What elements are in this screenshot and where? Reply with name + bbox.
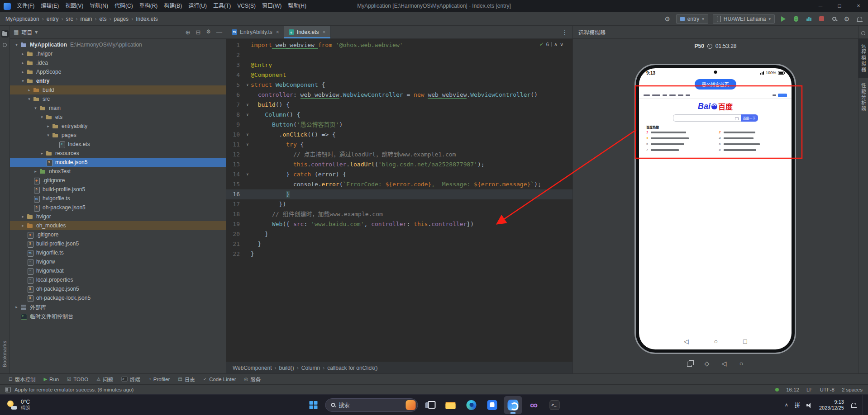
tree-item-.idea[interactable]: ▸.idea: [10, 58, 226, 67]
menu-item-7[interactable]: 运行(U): [185, 0, 210, 12]
code-line-14[interactable]: 14∨ } catch (error) {: [226, 170, 572, 179]
editor-breadcrumb-item-3[interactable]: callback for onClick(): [326, 365, 378, 371]
code-editor[interactable]: 1import web_webview from '@ohos.web.webv…: [226, 39, 572, 362]
visual-studio-taskbar-icon[interactable]: [525, 396, 543, 414]
home-icon[interactable]: ○: [738, 360, 745, 367]
code-line-15[interactable]: 15 console.error(`ErrorCode: ${error.cod…: [226, 179, 572, 189]
toolwindow-lint-button[interactable]: ✓Code Linter: [199, 374, 240, 385]
line-number[interactable]: 17: [226, 199, 244, 209]
web-component-view[interactable]: Bai 百度 百度一下 百度热搜 12345678: [639, 92, 792, 161]
code-line-12[interactable]: 12 // 点击按钮时，通过loadUrl，跳转到www.example1.co…: [226, 150, 572, 160]
expand-arrow-icon[interactable]: ▸: [39, 151, 45, 156]
expand-arrow-icon[interactable]: ▾: [14, 42, 19, 47]
menu-item-8[interactable]: 工具(T): [210, 0, 234, 12]
code-line-19[interactable]: 19 Web({ src: 'www.baidu.com', controlle…: [226, 219, 572, 229]
tree-item-oh_modules[interactable]: ▸oh_modules: [10, 221, 226, 230]
breadcrumb-item-0[interactable]: MyApplication: [5, 16, 40, 22]
login-button[interactable]: [778, 94, 787, 97]
toolwindow-log-button[interactable]: ▤日志: [174, 374, 199, 385]
code-line-20[interactable]: 20 }: [226, 229, 572, 239]
expand-arrow-icon[interactable]: ▸: [20, 70, 26, 74]
task-view-taskbar-icon[interactable]: [421, 396, 439, 414]
fold-icon[interactable]: ∨: [244, 100, 251, 110]
tree-item-.gitignore[interactable]: .gitignore: [10, 176, 226, 185]
tree-item-hvigor[interactable]: ▸hvigor: [10, 212, 226, 221]
breadcrumb-item-5[interactable]: pages: [113, 16, 129, 22]
tree-item-oh-package.json5[interactable]: oh-package.json5: [10, 284, 226, 293]
menu-item-10[interactable]: 窗口(W): [259, 0, 285, 12]
code-line-22[interactable]: 22}: [226, 249, 572, 259]
toggle-toolwindows-icon[interactable]: [5, 387, 11, 392]
device-selector[interactable]: HUAWEI Lahaina ▾: [713, 14, 775, 24]
expand-arrow-icon[interactable]: ▾: [45, 133, 51, 137]
tree-item-AppScope[interactable]: ▸AppScope: [10, 67, 226, 76]
menu-item-3[interactable]: 导航(N): [86, 0, 111, 12]
menu-item-6[interactable]: 构建(B): [161, 0, 185, 12]
locate-file-icon[interactable]: ⊕: [185, 29, 190, 36]
phone-home-icon[interactable]: ○: [714, 338, 717, 345]
phone-screen[interactable]: 9:13 100% 愚公博客首页: [639, 68, 792, 349]
line-number[interactable]: 14: [226, 170, 244, 179]
code-line-6[interactable]: 6 controller: web_webview.WebviewControl…: [226, 90, 572, 100]
search-highlight-thumbnail[interactable]: [406, 400, 416, 410]
hot-search-item[interactable]: 7: [646, 148, 712, 151]
hide-panel-icon[interactable]: —: [216, 29, 222, 36]
phone-back-icon[interactable]: ◁: [684, 338, 689, 345]
toolwindow-run-button[interactable]: ▶Run: [39, 374, 63, 385]
fold-icon[interactable]: ∨: [244, 110, 251, 120]
store-taskbar-icon[interactable]: [483, 396, 501, 414]
code-line-2[interactable]: 2: [226, 50, 572, 60]
menu-item-2[interactable]: 视图(V): [62, 0, 86, 12]
toolwindow-terminal-button[interactable]: >_终端: [117, 374, 144, 385]
chevron-down-icon[interactable]: ▾: [35, 29, 38, 35]
project-stripe-button[interactable]: [1, 30, 9, 38]
hot-search-item[interactable]: 6: [719, 142, 785, 146]
hot-search-item[interactable]: 4: [719, 137, 785, 140]
fold-icon[interactable]: ∨: [244, 80, 251, 90]
line-number[interactable]: 11: [226, 140, 244, 150]
breadcrumb-item-6[interactable]: Index.ets: [135, 16, 159, 22]
tree-item-main[interactable]: ▾main: [10, 104, 226, 113]
menu-item-0[interactable]: 文件(F): [14, 0, 38, 12]
code-line-5[interactable]: 5∨struct WebComponent {: [226, 80, 572, 90]
expand-arrow-icon[interactable]: ▸: [20, 61, 26, 65]
menu-item-1[interactable]: 编辑(E): [38, 0, 62, 12]
maximize-icon[interactable]: □: [830, 0, 849, 12]
tree-item-entryability[interactable]: ▸entryability: [10, 122, 226, 131]
tool-stripe-button-0[interactable]: 远程模拟器: [858, 38, 868, 78]
line-number[interactable]: 22: [226, 249, 244, 259]
expand-arrow-icon[interactable]: ▾: [39, 115, 45, 119]
code-line-9[interactable]: 9 Button('愚公博客首页'): [226, 120, 572, 130]
close-tab-icon[interactable]: ×: [276, 29, 279, 35]
code-line-11[interactable]: 11∨ try {: [226, 140, 572, 150]
line-number[interactable]: 20: [226, 229, 244, 239]
expand-arrow-icon[interactable]: ▸: [45, 124, 51, 128]
bookmarks-stripe-button[interactable]: Bookmarks: [2, 340, 7, 367]
menu-item-11[interactable]: 帮助(H): [285, 0, 310, 12]
code-line-1[interactable]: 1import web_webview from '@ohos.web.webv…: [226, 40, 572, 50]
run-config-selector[interactable]: entry ▾: [676, 14, 708, 24]
hot-search-item[interactable]: 1: [646, 131, 712, 134]
tree-item-build[interactable]: ▸build: [10, 85, 226, 94]
line-number[interactable]: 2: [226, 50, 244, 60]
stop-button[interactable]: [817, 15, 825, 23]
volume-icon[interactable]: [806, 402, 813, 408]
taskbar-search[interactable]: 搜索: [325, 398, 418, 412]
tree-item-hvigorw.bat[interactable]: hvigorw.bat: [10, 266, 226, 275]
weather-widget[interactable]: 0°C 晴朗: [0, 399, 36, 411]
line-number[interactable]: 3: [226, 60, 244, 70]
line-number[interactable]: 5: [226, 80, 244, 90]
tool-stripe-button-1[interactable]: 性能分析器: [858, 78, 868, 117]
tree-item-hvigorfile.ts[interactable]: hvigorfile.ts: [10, 248, 226, 257]
expand-arrow-icon[interactable]: ▸: [14, 305, 19, 309]
line-number[interactable]: 6: [226, 90, 244, 100]
line-separator[interactable]: LF: [806, 387, 812, 392]
toolwindow-profiler-button[interactable]: ◔Profiler: [144, 374, 174, 385]
code-line-21[interactable]: 21 }: [226, 239, 572, 249]
code-line-18[interactable]: 18 // 组件创建时，加载www.example.com: [226, 209, 572, 219]
line-number[interactable]: 13: [226, 160, 244, 170]
editor-options-kebab-icon[interactable]: ⋮: [562, 28, 568, 36]
fold-icon[interactable]: ∨: [244, 140, 251, 150]
tree-item-hvigorfile.ts[interactable]: hvigorfile.ts: [10, 194, 226, 203]
debug-button[interactable]: [792, 15, 800, 23]
